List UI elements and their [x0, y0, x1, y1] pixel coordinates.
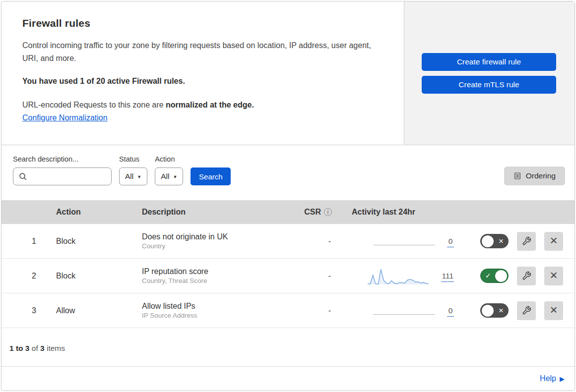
rule-csr-value: - [289, 237, 334, 246]
check-icon: ✓ [485, 269, 491, 282]
rule-activity-cell: 111 [334, 266, 458, 286]
action-filter-value: All [161, 172, 169, 181]
intro-panel: Firewall rules Control incoming traffic … [1, 1, 404, 145]
normalization-bold: normalized at the edge. [166, 101, 254, 109]
activity-count-link[interactable]: 0 [447, 306, 454, 317]
rule-description: Does not originate in UK Country [132, 231, 289, 251]
x-icon: × [499, 234, 504, 248]
rule-description-title: Allow listed IPs [142, 301, 289, 312]
x-icon: × [499, 303, 504, 318]
ordering-button-label: Ordering [526, 171, 556, 180]
usage-note: You have used 1 of 20 active Firewall ru… [22, 77, 384, 86]
search-label: Search description... [13, 155, 112, 163]
pagination-of: of [32, 344, 38, 352]
rule-description-fields: IP Source Address [142, 311, 289, 320]
activity-column-header: Activity last 24hr [334, 208, 458, 217]
description-column-header: Description [132, 208, 289, 217]
rule-description: IP reputation score Country, Threat Scor… [132, 266, 289, 286]
help-link[interactable]: Help▶ [540, 374, 565, 383]
actions-panel: Create firewall rule Create mTLS rule [404, 1, 575, 145]
rule-description: Allow listed IPs IP Source Address [132, 301, 289, 321]
info-icon[interactable]: i [324, 208, 332, 216]
action-filter-dropdown[interactable]: All ▼ [155, 168, 183, 185]
top-section: Firewall rules Control incoming traffic … [1, 1, 575, 145]
configure-normalization-link[interactable]: Configure Normalization [22, 113, 108, 122]
action-filter-group: Action All ▼ [155, 155, 183, 185]
table-header: Action Description CSR i Activity last 2… [1, 200, 575, 224]
delete-rule-button[interactable]: × [544, 267, 563, 285]
status-filter-label: Status [119, 155, 147, 163]
rule-controls: ✓× × [458, 301, 575, 320]
delete-rule-button[interactable]: × [544, 232, 563, 251]
edit-rule-button[interactable] [517, 232, 536, 251]
status-filter-value: All [125, 172, 133, 181]
wrench-icon [522, 236, 531, 246]
chevron-down-icon: ▼ [137, 174, 141, 179]
rule-description-title: Does not originate in UK [142, 231, 289, 242]
page-title: Firewall rules [22, 17, 384, 29]
rule-action: Block [46, 237, 132, 246]
page-description: Control incoming traffic to your zone by… [22, 39, 372, 65]
rule-priority: 1 [1, 237, 46, 246]
toggle-knob [482, 305, 494, 317]
rule-enabled-toggle[interactable]: ✓× [480, 303, 509, 318]
action-column-header: Action [46, 208, 132, 217]
table-row: 3 Allow Allow listed IPs IP Source Addre… [1, 293, 575, 328]
status-filter-dropdown[interactable]: All ▼ [119, 168, 147, 185]
toggle-knob [482, 235, 494, 247]
play-arrow-icon: ▶ [560, 375, 565, 383]
pagination-bar: 1 to 3 of 3 items [1, 331, 575, 367]
firewall-rules-card: Firewall rules Control incoming traffic … [1, 1, 575, 391]
table-row: 1 Block Does not originate in UK Country… [1, 224, 575, 259]
toggle-knob [495, 270, 507, 282]
table-row: 2 Block IP reputation score Country, Thr… [1, 259, 575, 293]
rule-description-fields: Country, Threat Score [142, 277, 289, 285]
create-mtls-rule-button[interactable]: Create mTLS rule [422, 76, 556, 94]
filter-bar: Search description... Status All ▼ Actio… [1, 145, 575, 200]
status-filter-group: Status All ▼ [119, 155, 147, 185]
normalization-prefix: URL-encoded Requests to this zone are [22, 101, 166, 109]
search-group: Search description... [13, 155, 112, 185]
help-link-label: Help [540, 374, 556, 383]
ordering-list-icon [513, 172, 521, 180]
pagination-items: items [47, 344, 65, 352]
search-input[interactable] [31, 172, 107, 181]
activity-count-link[interactable]: 111 [441, 272, 454, 282]
wrench-icon [522, 306, 531, 315]
close-icon: × [550, 268, 557, 283]
pagination-total: 3 [40, 344, 45, 352]
search-button[interactable]: Search [191, 168, 231, 185]
rule-enabled-toggle[interactable]: ✓× [480, 269, 509, 283]
csr-column-header: CSR i [289, 208, 334, 217]
action-filter-label: Action [155, 155, 183, 163]
search-icon [19, 172, 27, 181]
pagination-range: 1 to 3 [9, 344, 29, 352]
edit-rule-button[interactable] [517, 267, 536, 285]
rule-action: Block [46, 272, 132, 280]
rule-description-fields: Country [142, 242, 289, 251]
ordering-button[interactable]: Ordering [504, 167, 565, 185]
rule-action: Allow [46, 306, 132, 315]
close-icon: × [550, 302, 557, 318]
edit-rule-button[interactable] [517, 301, 536, 320]
rule-controls: ✓× × [458, 267, 575, 285]
activity-sparkline-flat [373, 301, 435, 321]
search-box [13, 168, 112, 185]
rule-enabled-toggle[interactable]: ✓× [480, 234, 509, 248]
normalization-note: URL-encoded Requests to this zone are no… [22, 101, 384, 110]
rule-activity-cell: 0 [334, 231, 458, 251]
rule-priority: 2 [1, 272, 46, 280]
rule-priority: 3 [1, 306, 46, 315]
wrench-icon [522, 271, 531, 280]
delete-rule-button[interactable]: × [544, 301, 563, 320]
close-icon: × [550, 233, 557, 248]
create-firewall-rule-button[interactable]: Create firewall rule [422, 53, 556, 71]
activity-sparkline-flat [373, 231, 435, 251]
csr-column-label: CSR [304, 208, 321, 217]
rule-activity-cell: 0 [334, 301, 458, 321]
activity-count-link[interactable]: 0 [447, 237, 454, 247]
help-bar: Help▶ [1, 367, 575, 391]
pagination-summary: 1 to 3 of 3 items [9, 344, 65, 353]
rule-controls: ✓× × [458, 232, 575, 251]
rule-description-title: IP reputation score [142, 266, 289, 277]
